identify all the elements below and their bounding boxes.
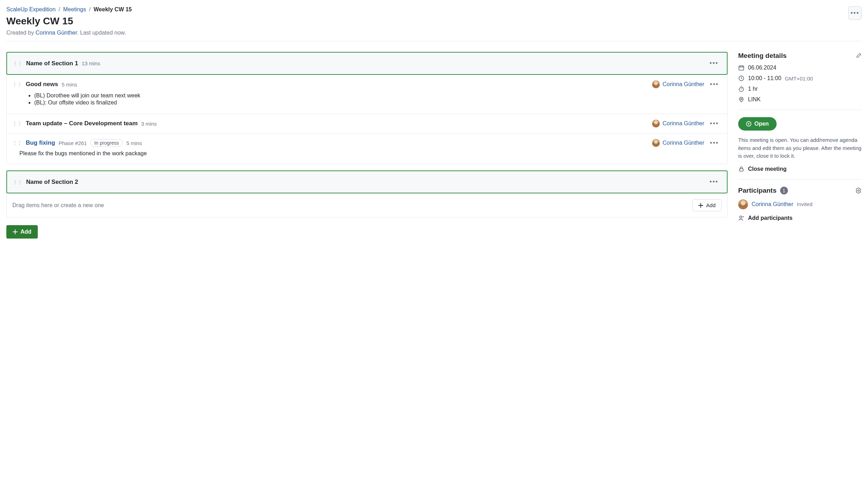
agenda-item: ⋮⋮ Bug fixing Phase #261 In progress 5 m…	[7, 133, 727, 164]
stopwatch-icon	[738, 86, 745, 92]
svg-rect-6	[740, 169, 743, 171]
drag-handle-icon[interactable]: ⋮⋮	[12, 121, 22, 126]
add-participants-button[interactable]: Add participants	[738, 215, 862, 221]
item-title: Good news	[26, 81, 58, 88]
sidebar-divider	[738, 179, 862, 180]
add-section-button[interactable]: Add	[6, 225, 38, 239]
item-bullet: (BL): Our offsite video is finalized	[34, 100, 722, 106]
sidebar-divider	[738, 110, 862, 110]
participant-row: Corinna Günther Invited	[738, 199, 862, 209]
section-title: Name of Section 2	[26, 179, 78, 186]
drag-handle-icon[interactable]: ⋮⋮	[13, 180, 23, 185]
meeting-tz: GMT+01:00	[785, 76, 813, 82]
meeting-date: 06.06.2024	[748, 65, 776, 71]
item-duration: 5 mins	[126, 140, 142, 146]
agenda-item: ⋮⋮ Good news 5 mins Corinna Günther ••• …	[7, 75, 727, 114]
breadcrumb: ScaleUp Expedition / Meetings / Weekly C…	[6, 6, 848, 13]
drag-handle-icon[interactable]: ⋮⋮	[13, 61, 23, 66]
item-duration: 3 mins	[141, 121, 157, 127]
participants-heading: Participants	[738, 187, 777, 194]
created-by-label: Created by	[6, 30, 36, 36]
calendar-icon	[738, 65, 745, 71]
avatar	[738, 199, 748, 209]
breadcrumb-section[interactable]: Meetings	[63, 6, 86, 12]
item-title-link[interactable]: Bug fixing	[26, 139, 55, 146]
close-meeting-button[interactable]: Close meeting	[738, 166, 862, 172]
owner-link[interactable]: Corinna Günther	[663, 120, 704, 127]
drag-handle-icon[interactable]: ⋮⋮	[12, 82, 22, 87]
add-item-label: Add	[706, 202, 716, 208]
open-label: Open	[754, 121, 769, 127]
item-title: Team update – Core Development team	[26, 120, 138, 127]
breadcrumb-sep: /	[59, 6, 60, 12]
open-dot-icon	[746, 121, 752, 127]
pencil-icon[interactable]	[855, 53, 862, 59]
participant-status: Invited	[797, 201, 812, 207]
item-body-text: Please fix the bugs mentioned in the wor…	[19, 150, 147, 156]
open-description: This meeting is open. You can add/remove…	[738, 136, 862, 160]
breadcrumb-project[interactable]: ScaleUp Expedition	[6, 6, 56, 12]
svg-point-8	[740, 216, 742, 218]
item-duration: 5 mins	[62, 82, 77, 88]
owner-link[interactable]: Corinna Günther	[663, 140, 704, 146]
open-status-button[interactable]: Open	[738, 117, 777, 131]
section-title: Name of Section 1	[26, 60, 78, 67]
item-more-icon[interactable]: •••	[708, 139, 721, 147]
item-more-icon[interactable]: •••	[708, 120, 721, 127]
avatar	[652, 139, 660, 147]
add-participants-label: Add participants	[748, 215, 792, 221]
svg-point-3	[741, 98, 742, 100]
participant-name[interactable]: Corinna Günther	[752, 201, 793, 208]
svg-rect-0	[739, 66, 744, 70]
avatar	[652, 120, 660, 127]
clock-icon	[738, 75, 745, 82]
breadcrumb-sep: /	[89, 6, 90, 12]
breadcrumb-current: Weekly CW 15	[94, 6, 132, 12]
item-bullet: (BL) Dorothee will join our team next we…	[34, 92, 722, 99]
author-link[interactable]: Corinna Günther	[36, 30, 77, 36]
page-title: Weekly CW 15	[6, 16, 848, 27]
item-more-icon[interactable]: •••	[708, 81, 721, 88]
svg-point-7	[858, 190, 860, 191]
avatar	[652, 80, 660, 88]
meta-line: Created by Corinna Günther. Last updated…	[6, 30, 848, 36]
section-1-header[interactable]: ⋮⋮ Name of Section 1 13 mins •••	[6, 52, 728, 75]
agenda-item: ⋮⋮ Team update – Core Development team 3…	[7, 114, 727, 133]
status-badge: In progress	[90, 139, 123, 147]
section-2-header[interactable]: ⋮⋮ Name of Section 2 •••	[6, 170, 728, 193]
meeting-duration: 1 hr	[748, 86, 758, 92]
gear-icon[interactable]	[855, 187, 862, 194]
add-item-button[interactable]: Add	[692, 199, 722, 211]
section-duration: 13 mins	[82, 60, 100, 66]
updated-label: Last updated now.	[80, 30, 126, 36]
owner-link[interactable]: Corinna Günther	[663, 81, 704, 88]
meeting-details-heading: Meeting details	[738, 52, 786, 60]
dropzone-hint: Drag items here or create a new one	[12, 202, 692, 209]
participants-count-badge: 1	[780, 187, 788, 194]
person-plus-icon	[738, 215, 745, 221]
svg-point-5	[748, 123, 749, 125]
location-icon	[738, 96, 745, 103]
drag-handle-icon[interactable]: ⋮⋮	[12, 140, 22, 145]
section-more-icon[interactable]: •••	[707, 178, 721, 186]
section-more-icon[interactable]: •••	[707, 60, 721, 67]
plus-icon	[698, 203, 703, 208]
item-phase: Phase #261	[59, 140, 87, 146]
page-more-button[interactable]: •••	[848, 6, 862, 20]
header-divider	[6, 41, 862, 41]
add-section-label: Add	[20, 229, 31, 235]
meeting-time: 10:00 - 11:00	[748, 75, 781, 82]
close-meeting-label: Close meeting	[748, 166, 786, 172]
plus-icon	[13, 229, 18, 234]
meeting-location: LINK	[748, 96, 761, 103]
lock-icon	[738, 166, 745, 172]
